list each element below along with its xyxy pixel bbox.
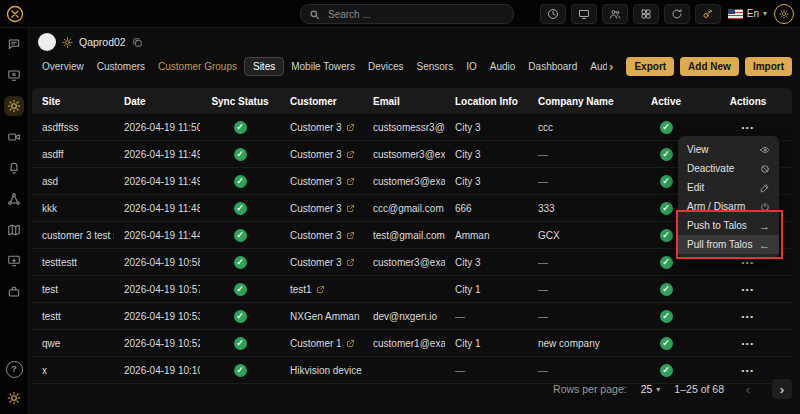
active-ok-icon: ✓	[660, 337, 673, 350]
customer-link[interactable]: Customer 3	[290, 257, 342, 268]
sync-ok-icon: ✓	[234, 337, 247, 350]
history-button[interactable]	[540, 4, 566, 24]
devices-button[interactable]	[571, 4, 597, 24]
customer-link[interactable]: Customer 3	[290, 176, 342, 187]
tab-sites[interactable]: Sites	[244, 57, 284, 76]
tab-io[interactable]: IO	[460, 57, 483, 76]
tabs-scroll-right-button[interactable]: ›	[609, 59, 613, 74]
menu-item-push-to-talos[interactable]: Push to Talos →	[678, 216, 779, 235]
cell-location: City 3	[445, 257, 528, 268]
cell-location: City 3	[445, 176, 528, 187]
cell-customer: test1	[280, 284, 363, 295]
key-button[interactable]	[695, 4, 721, 24]
cell-location: City 1	[445, 338, 528, 349]
table-row[interactable]: test 2026-04-19 10:57 ✓ test1 City 1 — ✓…	[32, 276, 792, 303]
search-input[interactable]	[326, 8, 505, 21]
cell-customer: Customer 3	[280, 149, 363, 160]
row-actions-button[interactable]: •••	[704, 312, 792, 321]
settings-icon[interactable]	[4, 96, 24, 116]
tab-audio[interactable]: Audio	[484, 57, 522, 76]
col-active: Active	[628, 96, 704, 107]
customer-link[interactable]: Customer 1	[290, 338, 342, 349]
cell-email: custsomer3@exam...	[363, 149, 445, 160]
cell-active: ✓	[628, 283, 704, 296]
briefcase-icon[interactable]	[4, 282, 24, 302]
col-actions: Actions	[704, 96, 792, 107]
cell-date: 2026-04-19 11:48	[114, 203, 200, 214]
table-row[interactable]: qwe 2026-04-19 10:52 ✓ Customer 1 custom…	[32, 330, 792, 357]
display-icon[interactable]	[4, 65, 24, 85]
copy-icon[interactable]	[132, 37, 143, 48]
cell-date: 2026-04-19 10:52	[114, 338, 200, 349]
customer-link[interactable]: NXGen Amman	[290, 311, 359, 322]
import-button[interactable]: Import	[745, 57, 792, 76]
language-selector[interactable]: En ▾	[726, 8, 769, 19]
row-actions-button[interactable]: •••	[704, 258, 792, 267]
chat-icon[interactable]	[4, 34, 24, 54]
customer-link[interactable]: Customer 3	[290, 230, 342, 241]
cell-email: customer3@examp...	[363, 176, 445, 187]
tab-audit[interactable]: Audit	[584, 57, 607, 76]
account-name: Qaprod02	[79, 36, 126, 48]
customer-link[interactable]: Hikvision device Audit	[290, 365, 363, 376]
tab-devices[interactable]: Devices	[362, 57, 410, 76]
cell-customer: Hikvision device Audit	[280, 365, 363, 376]
customer-link[interactable]: test1	[290, 284, 312, 295]
table-row[interactable]: testt 2026-04-19 10:53 ✓ NXGen Amman dev…	[32, 303, 792, 330]
tab-customers[interactable]: Customers	[91, 57, 151, 76]
tab-dashboard[interactable]: Dashboard	[522, 57, 583, 76]
sync-button[interactable]	[664, 4, 690, 24]
cell-site: asdffsss	[32, 122, 114, 133]
menu-item-view[interactable]: View	[678, 140, 779, 159]
rows-per-page-select[interactable]: 25 ▾	[641, 383, 661, 395]
cell-email: ccc@gmail.com	[363, 203, 445, 214]
sidebar-bottom: ?	[4, 359, 24, 408]
tab-overview[interactable]: Overview	[36, 57, 90, 76]
export-button[interactable]: Export	[626, 57, 674, 76]
col-company-name: Company Name	[528, 96, 628, 107]
menu-item-arm-disarm[interactable]: Arm / Disarm	[678, 197, 779, 216]
arrow-left-icon: ←	[759, 239, 770, 251]
menu-item-pull-from-talos[interactable]: Pull from Talos ←	[678, 235, 779, 254]
table-row[interactable]: asdffsss 2026-04-19 11:50 ✓ Customer 3 c…	[32, 114, 792, 141]
cell-email: customer3@examp...	[363, 257, 445, 268]
col-sync-status: Sync Status	[200, 96, 280, 107]
customer-link[interactable]: Customer 3	[290, 122, 342, 133]
users-button[interactable]	[602, 4, 628, 24]
row-actions-button[interactable]: •••	[704, 366, 792, 375]
map-icon[interactable]	[4, 220, 24, 240]
cell-site: x	[32, 365, 114, 376]
row-actions-button[interactable]: •••	[704, 285, 792, 294]
customer-link[interactable]: Customer 3	[290, 149, 342, 160]
camera-icon[interactable]	[4, 127, 24, 147]
customer-link[interactable]: Customer 3	[290, 203, 342, 214]
next-page-button[interactable]: ›	[772, 379, 792, 399]
cell-company: —	[528, 257, 628, 268]
admin-settings-icon[interactable]	[4, 388, 24, 408]
active-ok-icon: ✓	[660, 148, 673, 161]
menu-item-edit[interactable]: Edit	[678, 178, 779, 197]
search-bar[interactable]	[300, 4, 514, 24]
row-actions-button[interactable]: •••	[704, 339, 792, 348]
menu-item-label: Arm / Disarm	[687, 201, 745, 212]
cell-company: GCX	[528, 230, 628, 241]
prev-page-button[interactable]: ‹	[738, 379, 758, 399]
tab-sensors[interactable]: Sensors	[411, 57, 460, 76]
tab-customer-groups[interactable]: Customer Groups	[152, 57, 243, 76]
question-icon: ?	[6, 361, 23, 378]
menu-item-deactivate[interactable]: Deactivate	[678, 159, 779, 178]
users-icon	[609, 8, 621, 20]
sync-ok-icon: ✓	[234, 229, 247, 242]
help-button[interactable]: ?	[4, 359, 24, 379]
add-new-button[interactable]: Add New	[680, 57, 739, 76]
row-actions-button[interactable]: •••	[704, 123, 792, 132]
active-ok-icon: ✓	[660, 175, 673, 188]
topology-icon[interactable]	[4, 189, 24, 209]
tab-mobile-towers[interactable]: Mobile Towers	[285, 57, 361, 76]
apps-button[interactable]	[633, 4, 659, 24]
theme-toggle[interactable]	[774, 4, 794, 24]
monitor-icon	[578, 8, 590, 20]
sync-ok-icon: ✓	[234, 175, 247, 188]
cast-screen-icon[interactable]	[4, 251, 24, 271]
bell-icon[interactable]	[4, 158, 24, 178]
